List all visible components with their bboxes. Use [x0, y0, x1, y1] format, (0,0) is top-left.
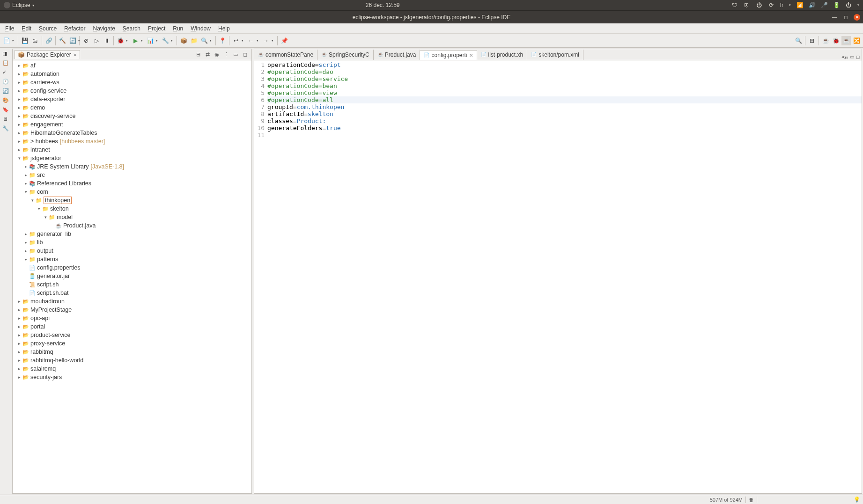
- close-button[interactable]: ✕: [854, 14, 860, 21]
- code-line[interactable]: artifactId=skelton: [267, 110, 862, 117]
- tray-mic-icon[interactable]: 🎤: [821, 2, 827, 8]
- menu-navigate[interactable]: Navigate: [89, 24, 118, 33]
- view-menu-button[interactable]: ⋮: [222, 51, 230, 58]
- tree-item[interactable]: 🫙generator.jar: [13, 272, 251, 280]
- menu-project[interactable]: Project: [145, 24, 169, 33]
- expand-arrow-icon[interactable]: ▸: [16, 299, 22, 304]
- tree-item[interactable]: ▸📂security-jars: [13, 373, 251, 381]
- expand-arrow-icon[interactable]: ▸: [16, 324, 22, 329]
- new-package-button[interactable]: 📦: [179, 36, 188, 45]
- collapse-all-button[interactable]: ⊟: [194, 51, 202, 58]
- expand-arrow-icon[interactable]: ▾: [43, 215, 48, 219]
- menu-help[interactable]: Help: [215, 24, 233, 33]
- java-ee-perspective-button[interactable]: ☕: [821, 36, 830, 45]
- restore-view-icon[interactable]: ◨: [2, 51, 9, 57]
- tray-battery-icon[interactable]: 🔋: [833, 2, 840, 8]
- editor-tab[interactable]: 📄list-product.xh: [477, 50, 528, 60]
- tree-item[interactable]: 📄script.sh.bat: [13, 289, 251, 297]
- new-button[interactable]: 📄: [2, 36, 11, 45]
- project-tree[interactable]: ▸📂af▸📂automation▸📂carriere-ws▸📂config-se…: [13, 60, 251, 493]
- menu-edit[interactable]: Edit: [18, 24, 35, 33]
- minimize-view-button[interactable]: ▭: [232, 51, 239, 58]
- tray-shield-icon[interactable]: 🛡: [731, 2, 738, 8]
- search-button[interactable]: 🔍: [794, 36, 803, 45]
- code-line[interactable]: #operationCode=service: [267, 75, 862, 82]
- expand-arrow-icon[interactable]: ▸: [16, 122, 22, 127]
- tree-item[interactable]: ▸📂af: [13, 61, 251, 70]
- tree-item[interactable]: ▸📂carriere-ws: [13, 78, 251, 87]
- tray-sync-icon[interactable]: ⟳: [768, 2, 774, 8]
- expand-arrow-icon[interactable]: ▸: [16, 63, 22, 68]
- bookmark-icon[interactable]: 🔖: [2, 107, 9, 113]
- code-line[interactable]: #operationCode=dao: [267, 68, 862, 75]
- code-line[interactable]: #operationCode=bean: [267, 82, 862, 89]
- debug-perspective-button[interactable]: 🐞: [831, 36, 841, 45]
- wrench-icon[interactable]: 🔧: [2, 125, 9, 132]
- menu-file[interactable]: File: [2, 24, 17, 33]
- expand-arrow-icon[interactable]: ▸: [16, 375, 22, 380]
- debug-button[interactable]: 🐞: [116, 36, 125, 45]
- minimize-button[interactable]: —: [831, 14, 838, 21]
- menu-run[interactable]: Run: [170, 24, 186, 33]
- tree-item[interactable]: ▸📂rabbitmq: [13, 348, 251, 356]
- tree-item[interactable]: ▸📂intranet: [13, 146, 251, 154]
- editor-tab[interactable]: ☕Product.java: [374, 50, 420, 60]
- expand-arrow-icon[interactable]: ▾: [16, 156, 22, 161]
- tree-item[interactable]: ▸📂portal: [13, 322, 251, 331]
- tree-item[interactable]: ▾📁skelton: [13, 205, 251, 213]
- gc-button[interactable]: 🗑: [749, 497, 754, 503]
- pin-button[interactable]: 📌: [280, 36, 289, 45]
- tree-item[interactable]: ▸📚Referenced Libraries: [13, 179, 251, 188]
- tray-lang[interactable]: fr: [780, 2, 783, 8]
- app-name[interactable]: Eclipse: [12, 2, 30, 8]
- expand-arrow-icon[interactable]: ▸: [16, 333, 22, 337]
- sync-icon[interactable]: 🔄: [2, 88, 9, 95]
- toggle-mark-button[interactable]: 📍: [218, 36, 227, 45]
- new-class-button[interactable]: 📁: [189, 36, 199, 45]
- menu-search[interactable]: Search: [119, 24, 144, 33]
- expand-arrow-icon[interactable]: ▾: [30, 198, 35, 203]
- editor-tab[interactable]: 📄skelton/pom.xml: [527, 50, 583, 60]
- tree-item[interactable]: ▸📁patterns: [13, 255, 251, 263]
- expand-arrow-icon[interactable]: ▸: [16, 316, 22, 321]
- expand-arrow-icon[interactable]: ▸: [23, 232, 29, 236]
- expand-arrow-icon[interactable]: ▸: [16, 358, 22, 363]
- tray-volume-icon[interactable]: 🔊: [809, 2, 815, 8]
- maximize-button[interactable]: ◻: [842, 14, 849, 21]
- editor-tab[interactable]: ☕commonStatePane: [254, 50, 317, 60]
- tree-item[interactable]: ▸📁src: [13, 171, 251, 179]
- editor-body[interactable]: 1234567891011 operationCode=script#opera…: [254, 60, 862, 493]
- run-button[interactable]: ▶: [131, 36, 140, 45]
- tree-item[interactable]: ▸📂discovery-service: [13, 112, 251, 120]
- tree-item[interactable]: ▸📂salairemq: [13, 365, 251, 373]
- tree-item[interactable]: ▾📂jsfgenerator: [13, 154, 251, 162]
- code-line[interactable]: operationCode=script: [267, 61, 862, 68]
- tree-item[interactable]: ▸📁output: [13, 247, 251, 255]
- skip-breakpoints-button[interactable]: ⊘: [81, 36, 91, 45]
- focus-task-button[interactable]: ◉: [213, 51, 221, 58]
- tree-item[interactable]: ▸📂MyProjectStage: [13, 306, 251, 314]
- code-line[interactable]: classes=Product:: [267, 117, 862, 124]
- expand-arrow-icon[interactable]: ▸: [23, 173, 29, 177]
- tree-item[interactable]: ▸📁lib: [13, 238, 251, 247]
- tree-item[interactable]: 📄config.properties: [13, 263, 251, 272]
- expand-arrow-icon[interactable]: ▸: [16, 139, 22, 144]
- expand-arrow-icon[interactable]: ▸: [16, 307, 22, 312]
- code-content[interactable]: operationCode=script#operationCode=dao#o…: [267, 60, 862, 493]
- tree-item[interactable]: ▸📂engagement: [13, 120, 251, 129]
- expand-arrow-icon[interactable]: ▸: [16, 105, 22, 110]
- last-edit-button[interactable]: ↩: [231, 36, 241, 45]
- tray-privacy-icon[interactable]: ⛨: [744, 2, 750, 8]
- menu-source[interactable]: Source: [36, 24, 60, 33]
- tree-item[interactable]: 📜script.sh: [13, 280, 251, 289]
- expand-arrow-icon[interactable]: ▾: [36, 206, 42, 211]
- expand-arrow-icon[interactable]: ▸: [16, 88, 22, 93]
- java-perspective-button[interactable]: ☕: [841, 36, 851, 45]
- save-button[interactable]: 💾: [20, 36, 30, 45]
- outline-icon[interactable]: 📋: [2, 60, 9, 66]
- git-perspective-button[interactable]: 🔀: [852, 36, 861, 45]
- expand-arrow-icon[interactable]: ▸: [16, 114, 22, 118]
- close-view-icon[interactable]: ✕: [73, 52, 77, 58]
- expand-arrow-icon[interactable]: ▸: [16, 366, 22, 371]
- expand-arrow-icon[interactable]: ▸: [16, 80, 22, 85]
